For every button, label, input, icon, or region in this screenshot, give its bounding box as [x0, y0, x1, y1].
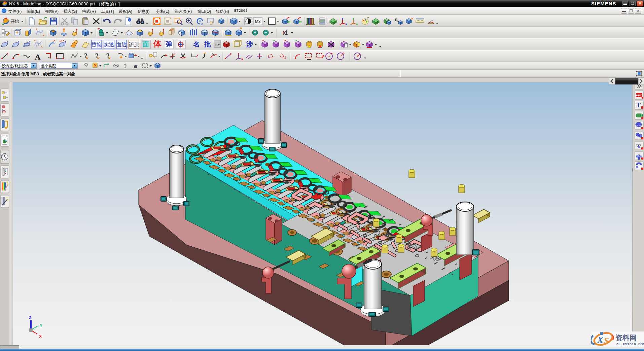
svg-text:ᴄᴏᴘ: ᴄᴏᴘ	[215, 43, 220, 46]
svg-text:弹: 弹	[166, 40, 172, 48]
svg-text:i: i	[129, 19, 130, 22]
svg-text:A: A	[35, 52, 41, 61]
svg-text:批: 批	[204, 40, 211, 48]
svg-text:实透: 实透	[104, 42, 114, 47]
svg-text:Z: Z	[29, 315, 31, 320]
svg-text:S: S	[604, 336, 609, 346]
svg-text:ZL.XS1616.COM: ZL.XS1616.COM	[616, 342, 644, 346]
svg-text:X: X	[597, 335, 604, 345]
svg-text:体: 体	[153, 39, 162, 48]
svg-text:名: 名	[193, 40, 200, 48]
svg-text:M3: M3	[255, 19, 261, 24]
svg-text:替换: 替换	[91, 42, 102, 47]
svg-text:X: X	[39, 334, 42, 339]
svg-text:T: T	[637, 102, 641, 109]
svg-text:面: 面	[142, 40, 149, 48]
svg-text:还原: 还原	[129, 42, 139, 47]
svg-text:KEY: KEY	[636, 94, 642, 97]
svg-text:涉: 涉	[246, 40, 253, 48]
svg-text:Y: Y	[40, 323, 42, 328]
svg-text:开始: 开始	[10, 19, 19, 24]
svg-text:面透: 面透	[116, 42, 127, 47]
svg-text:资料网: 资料网	[615, 334, 637, 342]
